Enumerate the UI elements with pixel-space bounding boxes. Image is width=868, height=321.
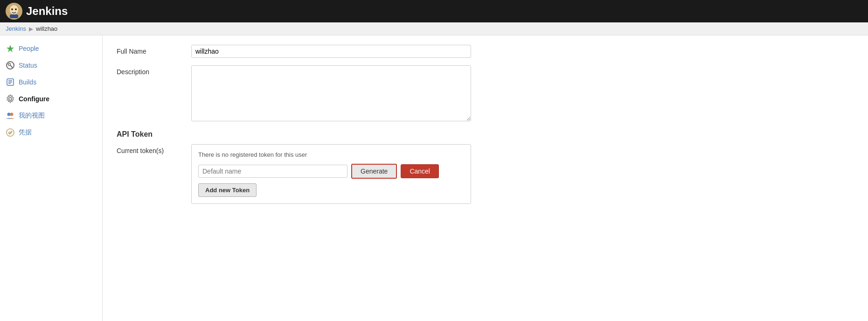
svg-point-14 [7,113,11,116]
api-token-title: API Token [117,130,854,139]
sidebar-item-builds[interactable]: Builds [0,74,102,91]
description-row: Description [117,65,854,123]
svg-rect-4 [10,14,18,18]
sidebar-item-configure[interactable]: Configure [0,91,102,107]
sidebar-item-builds-label: Builds [19,78,36,86]
current-tokens-row: Current token(s) There is no registered … [117,144,854,204]
configure-icon [6,94,15,104]
current-tokens-label: Current token(s) [117,144,191,154]
token-box-wrapper: There is no registered token for this us… [191,144,471,204]
logo-area: Jenkins [6,3,68,20]
full-name-label: Full Name [117,45,191,55]
sidebar-item-my-views[interactable]: 我的视图 [0,107,102,124]
description-textarea[interactable] [191,65,471,121]
svg-point-2 [11,8,13,10]
api-token-section: API Token Current token(s) There is no r… [117,130,854,204]
token-name-input[interactable] [198,165,347,178]
status-icon [6,61,15,70]
breadcrumb-separator: ▶ [29,26,33,32]
sidebar-item-credentials-label: 凭据 [19,128,32,137]
breadcrumb-current: willzhao [36,25,57,32]
svg-line-8 [10,65,13,68]
full-name-row: Full Name [117,45,854,58]
people-icon [6,44,15,53]
builds-icon [6,77,15,87]
sidebar: People Status Builds [0,35,103,321]
jenkins-logo-icon [6,3,22,20]
sidebar-item-configure-label: Configure [19,95,49,103]
token-box: There is no registered token for this us… [191,144,471,204]
token-input-row: Generate Cancel [198,164,464,179]
sidebar-item-status[interactable]: Status [0,57,102,74]
description-control [191,65,471,123]
sidebar-item-credentials[interactable]: 凭据 [0,124,102,141]
generate-button[interactable]: Generate [351,164,397,179]
svg-point-13 [9,98,12,100]
svg-marker-5 [7,45,14,52]
credentials-icon [6,128,15,137]
no-token-message: There is no registered token for this us… [198,151,464,158]
svg-point-15 [10,113,14,116]
svg-point-17 [8,131,12,134]
breadcrumb: Jenkins ▶ willzhao [0,22,868,35]
cancel-button[interactable]: Cancel [401,164,439,178]
full-name-input[interactable] [191,45,471,58]
svg-point-7 [8,63,11,66]
sidebar-item-status-label: Status [19,62,37,69]
breadcrumb-root[interactable]: Jenkins [6,25,26,32]
main-content: Full Name Description API Token Current … [103,35,868,321]
full-name-control [191,45,471,58]
sidebar-item-my-views-label: 我的视图 [19,112,45,120]
description-label: Description [117,65,191,76]
sidebar-item-people-label: People [19,45,39,52]
svg-point-3 [15,8,17,10]
sidebar-item-people[interactable]: People [0,40,102,57]
add-new-token-button[interactable]: Add new Token [198,183,257,197]
my-views-icon [6,111,15,120]
app-header: Jenkins [0,0,868,22]
add-token-row: Add new Token [198,183,464,197]
app-title: Jenkins [26,5,68,18]
